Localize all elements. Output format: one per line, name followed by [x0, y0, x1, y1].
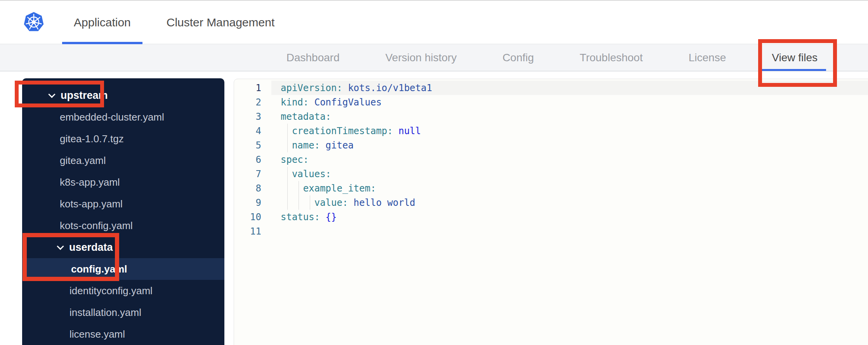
file-tree-item-k8s-app-yaml[interactable]: k8s-app.yaml: [22, 171, 224, 193]
file-tree-label: license.yaml: [69, 328, 125, 340]
code-text: metadata:: [271, 109, 868, 124]
topbar-tabs: Application Cluster Management: [62, 1, 286, 44]
subnav-tab-version-history[interactable]: Version history: [385, 44, 457, 71]
code-text: example_item:: [271, 181, 868, 195]
file-tree-label: config.yaml: [71, 263, 127, 275]
kubernetes-logo-icon: [23, 12, 44, 33]
subnav-tab-label: Version history: [385, 52, 457, 64]
code-line[interactable]: 10 status: {}: [234, 210, 868, 224]
indent-guide: [287, 138, 288, 152]
indent-guide: [287, 181, 288, 195]
code-line[interactable]: 6 spec:: [234, 152, 868, 167]
chevron-down-icon: [57, 243, 64, 250]
code-line[interactable]: 2 kind: ConfigValues: [234, 95, 868, 109]
code-line[interactable]: 8 example_item:: [234, 181, 868, 195]
file-tree-label: embedded-cluster.yaml: [60, 111, 164, 123]
subnav-tab-troubleshoot[interactable]: Troubleshoot: [580, 44, 642, 71]
line-number: 1: [234, 83, 271, 93]
file-tree-label: k8s-app.yaml: [60, 176, 120, 188]
topbar-tab-cluster-management[interactable]: Cluster Management: [155, 1, 286, 44]
subnav-tab-config[interactable]: Config: [502, 44, 534, 71]
file-tree-label: upstream: [61, 90, 108, 102]
file-tree-item-config-yaml[interactable]: config.yaml: [22, 258, 224, 280]
file-tree-item-gitea-yaml[interactable]: gitea.yaml: [22, 150, 224, 171]
file-tree-label: gitea.yaml: [60, 155, 106, 167]
active-tab-underline: [759, 69, 826, 71]
code-text: apiVersion: kots.io/v1beta1: [271, 81, 868, 95]
topbar-tab-label: Cluster Management: [167, 16, 274, 29]
indent-guide: [299, 181, 299, 195]
app-subnav: Dashboard Version history Config Trouble…: [0, 44, 868, 71]
indent-guide: [287, 124, 288, 138]
indent-guide: [287, 195, 288, 210]
line-number: 9: [234, 197, 271, 208]
file-tree-item-embedded-cluster-yaml[interactable]: embedded-cluster.yaml: [22, 106, 224, 128]
file-tree-item-installation-yaml[interactable]: installation.yaml: [22, 302, 224, 323]
file-tree-item-kots-config-yaml[interactable]: kots-config.yaml: [22, 215, 224, 236]
code-line[interactable]: 5 name: gitea: [234, 138, 868, 152]
kots-admin-console: Application Cluster Management Dashboard…: [0, 0, 868, 345]
indent-guide: [310, 195, 310, 210]
indent-guide: [287, 167, 288, 181]
subnav-tab-label: License: [689, 52, 726, 64]
code-line[interactable]: 7 values:: [234, 167, 868, 181]
file-tree-label: kots-app.yaml: [60, 198, 123, 210]
line-number: 5: [234, 140, 271, 151]
code-text: status: {}: [271, 210, 868, 224]
file-tree-label: gitea-1.0.7.tgz: [60, 133, 124, 145]
topbar-tab-label: Application: [74, 16, 131, 29]
line-number: 10: [234, 212, 271, 223]
code-line[interactable]: 4 creationTimestamp: null: [234, 124, 868, 138]
subnav-tab-label: View files: [772, 52, 818, 64]
code-line[interactable]: 3 metadata:: [234, 109, 868, 124]
chevron-down-icon: [48, 91, 55, 98]
line-number: 2: [234, 97, 271, 108]
subnav-tab-label: Dashboard: [286, 52, 340, 64]
file-tree-label: kots-config.yaml: [60, 220, 133, 232]
file-tree-label: userdata: [69, 242, 113, 254]
line-number: 7: [234, 169, 271, 179]
file-tree-sidebar: upstream embedded-cluster.yaml gitea-1.0…: [22, 78, 224, 345]
file-tree-item-kots-app-yaml[interactable]: kots-app.yaml: [22, 193, 224, 215]
code-line[interactable]: 9 value: hello world: [234, 195, 868, 210]
code-line[interactable]: 11: [234, 224, 868, 238]
line-number: 3: [234, 111, 271, 122]
line-number: 11: [234, 226, 271, 237]
subnav-tab-label: Config: [502, 52, 534, 64]
code-text: values:: [271, 167, 868, 181]
subnav-tab-dashboard[interactable]: Dashboard: [286, 44, 340, 71]
code-text: creationTimestamp: null: [271, 124, 868, 138]
subnav-tab-view-files[interactable]: View files: [772, 44, 818, 71]
subnav-tab-label: Troubleshoot: [580, 52, 642, 64]
line-number: 6: [234, 154, 271, 165]
subnav-tab-license[interactable]: License: [689, 44, 726, 71]
file-tree-label: identityconfig.yaml: [69, 285, 153, 297]
code-text: [271, 224, 868, 238]
topbar-tab-application[interactable]: Application: [62, 1, 142, 44]
file-tree-item-upstream[interactable]: upstream: [22, 85, 224, 106]
file-tree-item-gitea-1-0-7-tgz[interactable]: gitea-1.0.7.tgz: [22, 128, 224, 150]
code-text: kind: ConfigValues: [271, 95, 868, 109]
code-text: value: hello world: [271, 195, 868, 210]
line-number: 8: [234, 183, 271, 194]
code-text: spec:: [271, 152, 868, 167]
top-navigation-bar: Application Cluster Management: [0, 0, 868, 44]
file-tree-item-license-yaml[interactable]: license.yaml: [22, 323, 224, 345]
file-tree-item-identityconfig-yaml[interactable]: identityconfig.yaml: [22, 280, 224, 302]
code-text: name: gitea: [271, 138, 868, 152]
file-tree-label: installation.yaml: [69, 307, 141, 319]
file-tree-item-userdata[interactable]: userdata: [22, 236, 224, 258]
line-number: 4: [234, 126, 271, 136]
indent-guide: [299, 195, 299, 210]
code-line[interactable]: 1 apiVersion: kots.io/v1beta1: [234, 81, 868, 95]
file-content-viewer: 1 apiVersion: kots.io/v1beta1 2 kind: Co…: [234, 79, 868, 345]
